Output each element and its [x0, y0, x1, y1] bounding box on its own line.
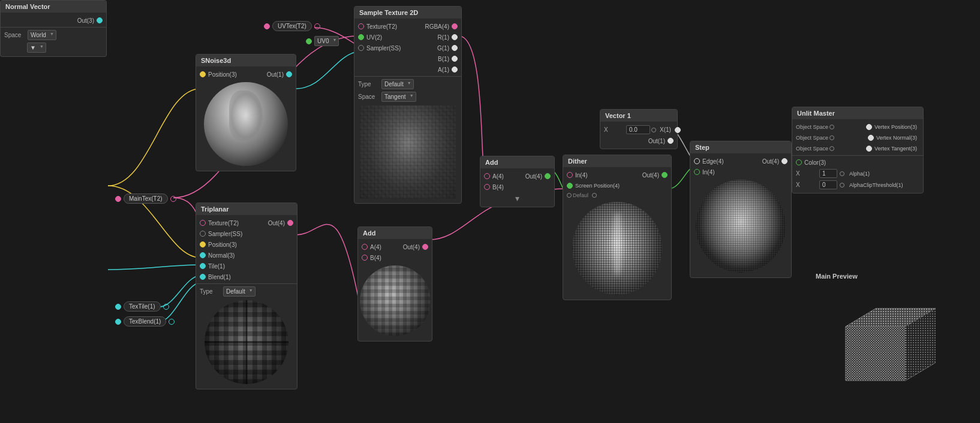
sampletex2d-space-dropdown[interactable]: Tangent	[381, 92, 416, 102]
triplanar-pos-label: Position(3)	[208, 241, 237, 248]
triplanar-sampler-label: Sampler(SS)	[208, 231, 242, 237]
dither-in-port[interactable]	[567, 172, 573, 178]
unlitmaster-objspace1-port[interactable]	[829, 125, 834, 129]
sampletex2d-sampler-port[interactable]	[358, 45, 364, 51]
texblend-port-in[interactable]	[115, 319, 121, 325]
normalvector-out-label: Out(3)	[77, 17, 94, 24]
triplanar-blend-port[interactable]	[200, 274, 206, 280]
triplanar-tile-port[interactable]	[200, 263, 206, 269]
add2-a-port[interactable]	[362, 244, 368, 250]
sampletex2d-r-port[interactable]	[452, 34, 458, 40]
add2-b-port[interactable]	[362, 255, 368, 261]
sampletex2d-uv-port[interactable]	[358, 34, 364, 40]
sampletex2d-rgba-port[interactable]	[452, 23, 458, 29]
add2-out-label: Out(4)	[403, 244, 420, 250]
sampletex2d-b-label: B(1)	[438, 56, 449, 62]
main-preview-label: Main Preview	[816, 273, 936, 280]
uvtex-uv-row: UV0	[306, 36, 339, 46]
triplanar-sampler-port[interactable]	[200, 231, 206, 237]
step-title: Step	[690, 141, 791, 153]
triplanar-normal-port[interactable]	[200, 252, 206, 258]
triplanar-out-label: Out(4)	[268, 220, 285, 226]
maintex-port-in[interactable]	[115, 196, 121, 202]
sampletex2d-type-label: Type	[358, 81, 379, 87]
unlitmaster-x2-label: X	[796, 182, 817, 188]
step-edge-port[interactable]	[694, 158, 700, 164]
dither-screen-port[interactable]	[567, 183, 573, 189]
dither-out-port[interactable]	[662, 172, 668, 178]
step-node: Step Edge(4) Out(4) In(4)	[690, 141, 792, 278]
vector1-x-port-in[interactable]	[651, 128, 656, 132]
textex-port-out[interactable]	[163, 304, 169, 310]
snoise3d-out-port[interactable]	[286, 71, 292, 77]
unlitmaster-objspace2: Object Space	[796, 135, 828, 141]
normalvector-space-dropdown[interactable]: World	[28, 30, 56, 40]
maintex-node: MainTex(T2)	[115, 194, 176, 204]
normalvector-node: Normal Vector Out(3) Space World ▼	[0, 0, 107, 57]
triplanar-tile-label: Tile(1)	[208, 263, 225, 270]
snoise3d-preview	[204, 82, 288, 166]
normalvector-out-port[interactable]	[97, 17, 103, 23]
unlitmaster-verttangent-port[interactable]	[866, 146, 872, 152]
add1-b-port[interactable]	[484, 184, 490, 190]
step-in-port[interactable]	[694, 169, 700, 175]
add1-a-port[interactable]	[484, 173, 490, 179]
triplanar-pos-port[interactable]	[200, 241, 206, 247]
unlitmaster-color-port[interactable]	[796, 159, 802, 165]
add2-out-port[interactable]	[422, 244, 428, 250]
unlitmaster-x1-input[interactable]	[819, 169, 837, 178]
dither-default-port2[interactable]	[592, 193, 597, 198]
vector1-x-input[interactable]	[626, 125, 650, 134]
dither-default-port[interactable]	[567, 193, 572, 198]
triplanar-out-port[interactable]	[287, 220, 293, 226]
triplanar-type-label: Type	[200, 288, 221, 295]
maintex-port-out[interactable]	[170, 196, 176, 202]
unlitmaster-x2-port[interactable]	[840, 183, 844, 188]
step-preview	[696, 180, 786, 273]
step-out-port[interactable]	[781, 158, 787, 164]
unlitmaster-x1-port[interactable]	[840, 171, 844, 176]
uvtex-label: UVTex(T2)	[272, 21, 312, 31]
unlitmaster-objspace2-port[interactable]	[829, 135, 834, 140]
texblend-port-out[interactable]	[169, 319, 175, 325]
uvtex-port[interactable]	[264, 23, 270, 29]
sampletex2d-tex-port[interactable]	[358, 23, 364, 29]
dither-title: Dither	[563, 155, 671, 167]
texblend-node: TexBlend(1)	[115, 316, 175, 327]
uvtex-uv-dropdown[interactable]: UV0	[314, 36, 339, 46]
sampletex2d-b-port[interactable]	[452, 56, 458, 62]
sampletex2d-type-dropdown[interactable]: Default	[381, 79, 414, 89]
dither-default-label: Defaul	[573, 192, 588, 198]
unlitmaster-verttangent-label: Vertex Tangent(3)	[874, 146, 917, 152]
sampletex2d-space-label: Space	[358, 93, 379, 100]
vector1-x-out-port[interactable]	[675, 127, 681, 133]
sampletex2d-g-port[interactable]	[452, 45, 458, 51]
normalvector-extra-dropdown[interactable]: ▼	[27, 43, 46, 53]
uvtex-out-port[interactable]	[314, 23, 320, 29]
add1-out-port[interactable]	[545, 173, 551, 179]
sampletex2d-uv-label: UV(2)	[366, 34, 382, 41]
unlitmaster-vertnormal-port[interactable]	[868, 135, 874, 141]
dither-out-label: Out(4)	[642, 172, 659, 179]
vector1-out-label: Out(1)	[648, 138, 665, 144]
vector1-x-label: X	[604, 126, 625, 133]
sampletex2d-tex-preview	[360, 105, 456, 198]
unlitmaster-objspace1: Object Space	[796, 124, 828, 130]
triplanar-tex-port[interactable]	[200, 220, 206, 226]
sampletex2d-tex-label: Texture(T2)	[366, 23, 397, 30]
vector1-out-port[interactable]	[668, 138, 674, 144]
add2-node: Add A(4) Out(4) B(4)	[357, 226, 432, 342]
textex-port-in[interactable]	[115, 304, 121, 310]
triplanar-type-dropdown[interactable]: Default	[223, 286, 255, 297]
unlitmaster-vertpos-port[interactable]	[866, 124, 872, 130]
unlitmaster-objspace3-port[interactable]	[829, 146, 834, 151]
unlitmaster-x1-label: X	[796, 170, 817, 177]
snoise3d-pos-label: Position(3)	[208, 71, 237, 78]
textex-label: TexTile(1)	[124, 301, 161, 312]
unlitmaster-x2-input[interactable]	[819, 180, 837, 189]
triplanar-title: Triplanar	[196, 203, 297, 215]
add1-expand-icon[interactable]: ▾	[515, 194, 519, 203]
snoise3d-pos-port[interactable]	[200, 71, 206, 77]
sampletex2d-a-port[interactable]	[452, 67, 458, 72]
uvtex-uv-port[interactable]	[306, 38, 312, 44]
